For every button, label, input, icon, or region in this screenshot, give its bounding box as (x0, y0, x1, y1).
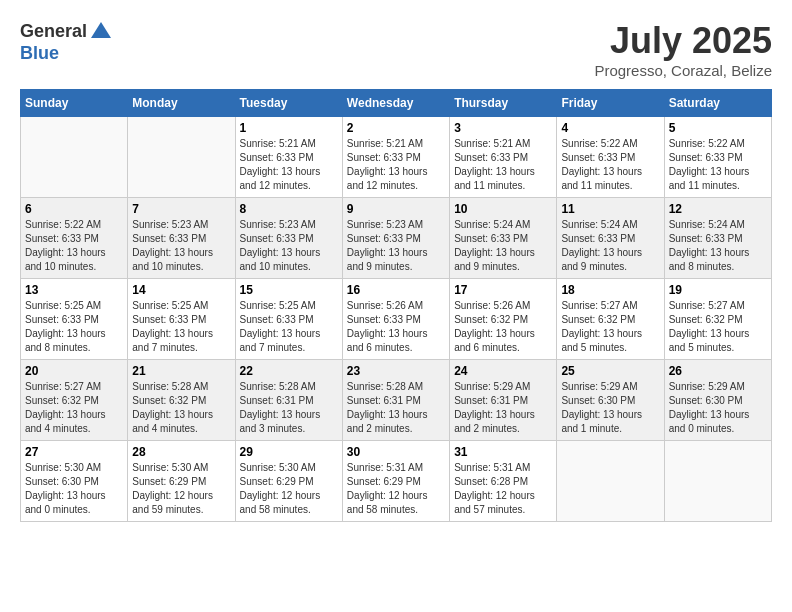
day-info: Sunrise: 5:26 AM Sunset: 6:32 PM Dayligh… (454, 299, 552, 355)
day-info: Sunrise: 5:30 AM Sunset: 6:30 PM Dayligh… (25, 461, 123, 517)
table-row: 19Sunrise: 5:27 AM Sunset: 6:32 PM Dayli… (664, 279, 771, 360)
table-row: 3Sunrise: 5:21 AM Sunset: 6:33 PM Daylig… (450, 117, 557, 198)
day-number: 17 (454, 283, 552, 297)
day-info: Sunrise: 5:30 AM Sunset: 6:29 PM Dayligh… (132, 461, 230, 517)
svg-marker-0 (91, 22, 111, 38)
table-row (21, 117, 128, 198)
col-friday: Friday (557, 90, 664, 117)
calendar-week-row: 27Sunrise: 5:30 AM Sunset: 6:30 PM Dayli… (21, 441, 772, 522)
day-info: Sunrise: 5:21 AM Sunset: 6:33 PM Dayligh… (240, 137, 338, 193)
day-number: 9 (347, 202, 445, 216)
day-info: Sunrise: 5:29 AM Sunset: 6:30 PM Dayligh… (669, 380, 767, 436)
calendar-week-row: 20Sunrise: 5:27 AM Sunset: 6:32 PM Dayli… (21, 360, 772, 441)
table-row: 16Sunrise: 5:26 AM Sunset: 6:33 PM Dayli… (342, 279, 449, 360)
day-number: 12 (669, 202, 767, 216)
day-number: 27 (25, 445, 123, 459)
table-row: 21Sunrise: 5:28 AM Sunset: 6:32 PM Dayli… (128, 360, 235, 441)
col-monday: Monday (128, 90, 235, 117)
day-info: Sunrise: 5:27 AM Sunset: 6:32 PM Dayligh… (561, 299, 659, 355)
day-info: Sunrise: 5:25 AM Sunset: 6:33 PM Dayligh… (132, 299, 230, 355)
location: Progresso, Corazal, Belize (594, 62, 772, 79)
calendar-header-row: Sunday Monday Tuesday Wednesday Thursday… (21, 90, 772, 117)
day-info: Sunrise: 5:22 AM Sunset: 6:33 PM Dayligh… (25, 218, 123, 274)
table-row: 5Sunrise: 5:22 AM Sunset: 6:33 PM Daylig… (664, 117, 771, 198)
day-info: Sunrise: 5:24 AM Sunset: 6:33 PM Dayligh… (454, 218, 552, 274)
table-row: 8Sunrise: 5:23 AM Sunset: 6:33 PM Daylig… (235, 198, 342, 279)
day-info: Sunrise: 5:24 AM Sunset: 6:33 PM Dayligh… (669, 218, 767, 274)
col-sunday: Sunday (21, 90, 128, 117)
logo: General Blue (20, 20, 113, 64)
day-number: 15 (240, 283, 338, 297)
day-number: 19 (669, 283, 767, 297)
table-row (557, 441, 664, 522)
table-row: 10Sunrise: 5:24 AM Sunset: 6:33 PM Dayli… (450, 198, 557, 279)
day-number: 28 (132, 445, 230, 459)
day-info: Sunrise: 5:22 AM Sunset: 6:33 PM Dayligh… (669, 137, 767, 193)
day-number: 13 (25, 283, 123, 297)
day-number: 11 (561, 202, 659, 216)
day-number: 16 (347, 283, 445, 297)
table-row: 6Sunrise: 5:22 AM Sunset: 6:33 PM Daylig… (21, 198, 128, 279)
day-info: Sunrise: 5:27 AM Sunset: 6:32 PM Dayligh… (25, 380, 123, 436)
day-number: 1 (240, 121, 338, 135)
table-row: 15Sunrise: 5:25 AM Sunset: 6:33 PM Dayli… (235, 279, 342, 360)
day-number: 23 (347, 364, 445, 378)
col-thursday: Thursday (450, 90, 557, 117)
day-number: 4 (561, 121, 659, 135)
table-row: 22Sunrise: 5:28 AM Sunset: 6:31 PM Dayli… (235, 360, 342, 441)
table-row: 27Sunrise: 5:30 AM Sunset: 6:30 PM Dayli… (21, 441, 128, 522)
day-number: 3 (454, 121, 552, 135)
table-row: 13Sunrise: 5:25 AM Sunset: 6:33 PM Dayli… (21, 279, 128, 360)
table-row: 25Sunrise: 5:29 AM Sunset: 6:30 PM Dayli… (557, 360, 664, 441)
day-info: Sunrise: 5:28 AM Sunset: 6:31 PM Dayligh… (347, 380, 445, 436)
table-row: 24Sunrise: 5:29 AM Sunset: 6:31 PM Dayli… (450, 360, 557, 441)
col-tuesday: Tuesday (235, 90, 342, 117)
table-row: 17Sunrise: 5:26 AM Sunset: 6:32 PM Dayli… (450, 279, 557, 360)
day-info: Sunrise: 5:23 AM Sunset: 6:33 PM Dayligh… (347, 218, 445, 274)
table-row (664, 441, 771, 522)
table-row: 11Sunrise: 5:24 AM Sunset: 6:33 PM Dayli… (557, 198, 664, 279)
day-info: Sunrise: 5:27 AM Sunset: 6:32 PM Dayligh… (669, 299, 767, 355)
day-info: Sunrise: 5:23 AM Sunset: 6:33 PM Dayligh… (240, 218, 338, 274)
table-row: 7Sunrise: 5:23 AM Sunset: 6:33 PM Daylig… (128, 198, 235, 279)
calendar-week-row: 6Sunrise: 5:22 AM Sunset: 6:33 PM Daylig… (21, 198, 772, 279)
table-row (128, 117, 235, 198)
table-row: 30Sunrise: 5:31 AM Sunset: 6:29 PM Dayli… (342, 441, 449, 522)
table-row: 1Sunrise: 5:21 AM Sunset: 6:33 PM Daylig… (235, 117, 342, 198)
day-info: Sunrise: 5:31 AM Sunset: 6:29 PM Dayligh… (347, 461, 445, 517)
day-number: 30 (347, 445, 445, 459)
day-info: Sunrise: 5:25 AM Sunset: 6:33 PM Dayligh… (240, 299, 338, 355)
table-row: 4Sunrise: 5:22 AM Sunset: 6:33 PM Daylig… (557, 117, 664, 198)
day-info: Sunrise: 5:24 AM Sunset: 6:33 PM Dayligh… (561, 218, 659, 274)
day-info: Sunrise: 5:21 AM Sunset: 6:33 PM Dayligh… (454, 137, 552, 193)
day-number: 8 (240, 202, 338, 216)
title-section: July 2025 Progresso, Corazal, Belize (594, 20, 772, 79)
day-number: 22 (240, 364, 338, 378)
day-number: 6 (25, 202, 123, 216)
day-number: 20 (25, 364, 123, 378)
day-number: 7 (132, 202, 230, 216)
table-row: 20Sunrise: 5:27 AM Sunset: 6:32 PM Dayli… (21, 360, 128, 441)
day-number: 10 (454, 202, 552, 216)
table-row: 28Sunrise: 5:30 AM Sunset: 6:29 PM Dayli… (128, 441, 235, 522)
day-info: Sunrise: 5:21 AM Sunset: 6:33 PM Dayligh… (347, 137, 445, 193)
day-number: 14 (132, 283, 230, 297)
calendar-table: Sunday Monday Tuesday Wednesday Thursday… (20, 89, 772, 522)
day-number: 5 (669, 121, 767, 135)
day-number: 25 (561, 364, 659, 378)
day-number: 24 (454, 364, 552, 378)
calendar-week-row: 13Sunrise: 5:25 AM Sunset: 6:33 PM Dayli… (21, 279, 772, 360)
day-number: 31 (454, 445, 552, 459)
day-info: Sunrise: 5:30 AM Sunset: 6:29 PM Dayligh… (240, 461, 338, 517)
day-number: 26 (669, 364, 767, 378)
table-row: 12Sunrise: 5:24 AM Sunset: 6:33 PM Dayli… (664, 198, 771, 279)
month-year: July 2025 (594, 20, 772, 62)
calendar-week-row: 1Sunrise: 5:21 AM Sunset: 6:33 PM Daylig… (21, 117, 772, 198)
logo-icon (89, 20, 113, 44)
day-number: 29 (240, 445, 338, 459)
table-row: 23Sunrise: 5:28 AM Sunset: 6:31 PM Dayli… (342, 360, 449, 441)
table-row: 31Sunrise: 5:31 AM Sunset: 6:28 PM Dayli… (450, 441, 557, 522)
table-row: 9Sunrise: 5:23 AM Sunset: 6:33 PM Daylig… (342, 198, 449, 279)
day-number: 18 (561, 283, 659, 297)
day-info: Sunrise: 5:28 AM Sunset: 6:32 PM Dayligh… (132, 380, 230, 436)
